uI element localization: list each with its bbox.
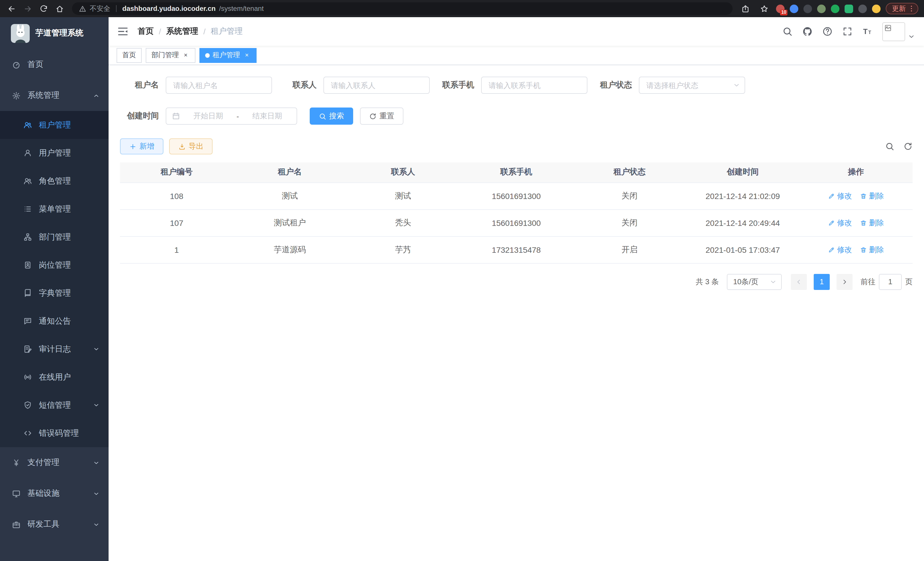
breadcrumb-item[interactable]: 首页 bbox=[138, 26, 154, 37]
address-bar[interactable]: 不安全 dashboard.yudao.iocoder.cn/system/te… bbox=[72, 2, 733, 15]
tab-home[interactable]: 首页 bbox=[117, 48, 142, 63]
list-icon bbox=[23, 205, 32, 213]
close-tab-icon[interactable]: × bbox=[243, 51, 251, 59]
sidebar-item-user[interactable]: 用户管理 bbox=[0, 139, 109, 167]
extension-emoji-face-icon[interactable] bbox=[872, 4, 880, 13]
tenant-status-select[interactable] bbox=[639, 77, 745, 94]
reset-button[interactable]: 重置 bbox=[360, 108, 404, 125]
bookmark-button[interactable] bbox=[757, 2, 771, 15]
sidebar-item-label: 租户管理 bbox=[39, 120, 71, 130]
extension-blue-icon[interactable] bbox=[790, 4, 798, 13]
sidebar-item-post[interactable]: 岗位管理 bbox=[0, 251, 109, 279]
prev-page-button[interactable] bbox=[791, 274, 807, 290]
dashboard-icon bbox=[12, 60, 21, 69]
edit-button[interactable]: 修改 bbox=[828, 244, 852, 255]
browser-forward-button[interactable] bbox=[21, 2, 34, 15]
browser-reload-button[interactable] bbox=[37, 2, 50, 15]
table-search-toggle-button[interactable] bbox=[885, 142, 894, 151]
wifi-icon bbox=[23, 373, 32, 381]
extension-green-circle-icon[interactable] bbox=[831, 4, 839, 13]
chevron-up-icon bbox=[93, 92, 99, 99]
browser-nav-buttons bbox=[4, 2, 66, 15]
extension-dark-globe-icon[interactable] bbox=[803, 4, 812, 13]
sidebar-item-infra[interactable]: 基础设施 bbox=[0, 478, 109, 509]
sidebar-item-tenant[interactable]: 租户管理 bbox=[0, 111, 109, 139]
filter-row-1: 租户名 联系人 联系手机 租户状态 bbox=[120, 77, 913, 94]
sidebar-item-pay[interactable]: 支付管理 bbox=[0, 447, 109, 478]
tab-dept[interactable]: 部门管理× bbox=[146, 48, 195, 63]
sidebar-item-system[interactable]: 系统管理 bbox=[0, 80, 109, 111]
update-label: 更新 bbox=[892, 4, 906, 14]
security-warning-icon[interactable] bbox=[79, 5, 86, 12]
create-time-range-picker[interactable]: 开始日期 - 结束日期 bbox=[166, 108, 297, 125]
cell-id: 108 bbox=[120, 182, 233, 209]
goto-page-input[interactable] bbox=[879, 274, 902, 290]
page-size-select[interactable]: 10条/页 bbox=[727, 274, 782, 290]
delete-button[interactable]: 删除 bbox=[860, 244, 884, 255]
export-button[interactable]: 导出 bbox=[169, 138, 213, 154]
extension-dark-pin-icon[interactable] bbox=[858, 4, 867, 13]
page-number-button[interactable]: 1 bbox=[814, 274, 830, 290]
download-icon bbox=[178, 143, 186, 150]
edit-button[interactable]: 修改 bbox=[828, 218, 852, 228]
extension-green-chat-icon[interactable] bbox=[844, 4, 853, 13]
github-button[interactable] bbox=[802, 26, 813, 37]
sidebar-item-role[interactable]: 角色管理 bbox=[0, 167, 109, 195]
edit-icon bbox=[828, 193, 835, 199]
user-avatar-menu[interactable] bbox=[882, 22, 915, 41]
browser-back-button[interactable] bbox=[4, 2, 18, 15]
code-icon bbox=[23, 429, 32, 438]
search-icon bbox=[319, 112, 326, 120]
search-button[interactable]: 搜索 bbox=[310, 108, 353, 125]
sidebar-item-menu[interactable]: 菜单管理 bbox=[0, 195, 109, 223]
header-search-button[interactable] bbox=[782, 26, 793, 37]
add-button[interactable]: 新增 bbox=[120, 138, 164, 154]
browser-update-button[interactable]: 更新 bbox=[886, 3, 918, 14]
address-bar-divider bbox=[116, 5, 117, 12]
delete-button[interactable]: 删除 bbox=[860, 218, 884, 228]
date-end-placeholder: 结束日期 bbox=[243, 111, 291, 121]
sidebar-item-label: 部门管理 bbox=[39, 232, 71, 242]
edit-button[interactable]: 修改 bbox=[828, 191, 852, 201]
tenant-name-input[interactable] bbox=[166, 77, 272, 94]
cell-created_at: 2021-01-05 17:03:47 bbox=[686, 236, 799, 263]
tenant-status-select-input[interactable] bbox=[639, 77, 745, 94]
extension-red-badged-icon[interactable]: 10 bbox=[776, 4, 784, 13]
tab-label: 租户管理 bbox=[213, 50, 240, 60]
sidebar-item-dev-tool[interactable]: 研发工具 bbox=[0, 509, 109, 540]
sidebar-item-label: 角色管理 bbox=[39, 176, 71, 186]
sidebar-item-dict[interactable]: 字典管理 bbox=[0, 279, 109, 307]
sidebar-item-audit-log[interactable]: 审计日志 bbox=[0, 335, 109, 363]
font-size-button[interactable]: TT bbox=[862, 26, 873, 37]
sidebar-item-error-code[interactable]: 错误码管理 bbox=[0, 419, 109, 447]
page-size-value: 10条/页 bbox=[733, 277, 758, 287]
close-tab-icon[interactable]: × bbox=[182, 51, 190, 59]
fullscreen-button[interactable] bbox=[842, 26, 853, 37]
table-toolbar: 新增 导出 bbox=[120, 138, 913, 154]
sidebar-item-home[interactable]: 首页 bbox=[0, 49, 109, 80]
next-page-button[interactable] bbox=[837, 274, 853, 290]
sidebar-item-sms[interactable]: 短信管理 bbox=[0, 391, 109, 419]
share-button[interactable] bbox=[738, 2, 752, 15]
sidebar-item-label: 通知公告 bbox=[39, 316, 71, 326]
cell-created_at: 2021-12-14 21:02:09 bbox=[686, 182, 799, 209]
browser-home-button[interactable] bbox=[52, 2, 66, 15]
extension-olive-circle-icon[interactable] bbox=[817, 4, 826, 13]
refresh-icon bbox=[369, 112, 376, 120]
sidebar-item-dept[interactable]: 部门管理 bbox=[0, 223, 109, 251]
tab-tenant[interactable]: 租户管理× bbox=[200, 48, 256, 63]
contact-input[interactable] bbox=[323, 77, 430, 94]
sidebar-logo[interactable]: 芋道管理系统 bbox=[0, 17, 109, 49]
sidebar-item-notice[interactable]: 通知公告 bbox=[0, 307, 109, 335]
help-button[interactable] bbox=[822, 26, 832, 37]
phone-input[interactable] bbox=[481, 77, 587, 94]
sidebar-toggle-button[interactable] bbox=[117, 26, 129, 37]
table-refresh-button[interactable] bbox=[903, 142, 913, 151]
breadcrumb-item[interactable]: 系统管理 bbox=[166, 26, 198, 37]
filter-status: 租户状态 bbox=[593, 77, 745, 94]
breadcrumb-item: 租户管理 bbox=[211, 26, 243, 37]
delete-button[interactable]: 删除 bbox=[860, 191, 884, 201]
sidebar-item-online-user[interactable]: 在线用户 bbox=[0, 363, 109, 391]
browser-menu-icon[interactable] bbox=[908, 5, 915, 13]
screen: 不安全 dashboard.yudao.iocoder.cn/system/te… bbox=[0, 0, 924, 561]
